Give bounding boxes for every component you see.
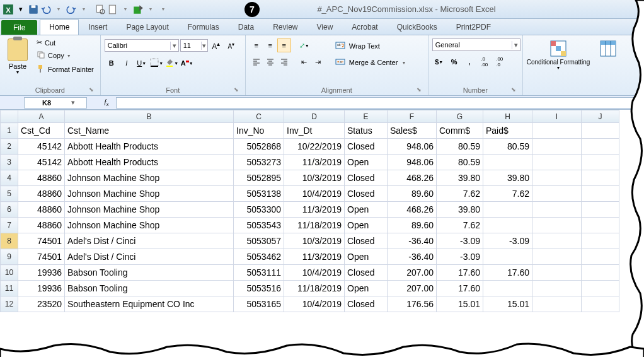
cell[interactable]: 10/3/2019	[284, 233, 345, 249]
cell[interactable]: 5053516	[234, 281, 284, 296]
cell[interactable]	[582, 233, 619, 249]
cell[interactable]: 15.01	[483, 296, 532, 312]
cell[interactable]: Johnson Machine Shop	[65, 186, 234, 202]
cell[interactable]: 17.60	[483, 265, 532, 281]
cell[interactable]: 11/3/2019	[284, 202, 345, 218]
merge-center-button[interactable]: aMerge & Center▼	[331, 55, 410, 70]
align-bottom-button[interactable]: ≡	[277, 38, 291, 52]
cell[interactable]: 468.26	[388, 202, 437, 218]
column-header[interactable]: H	[483, 110, 532, 123]
cell[interactable]	[582, 281, 619, 296]
cell[interactable]: -36.40	[388, 233, 437, 249]
export-icon[interactable]	[132, 4, 144, 15]
column-header[interactable]: D	[284, 110, 345, 123]
cell[interactable]: 207.00	[388, 281, 437, 296]
cell[interactable]: 10/4/2019	[284, 296, 345, 312]
cell[interactable]: Southeastern Equipment CO Inc	[65, 296, 234, 312]
cell[interactable]: 80.59	[483, 139, 532, 155]
cell[interactable]: Sales$	[388, 123, 437, 139]
select-all-cell[interactable]	[1, 110, 18, 123]
cell[interactable]	[532, 281, 582, 296]
shrink-font-button[interactable]: A▾	[224, 38, 238, 52]
cell[interactable]: 48860	[18, 218, 65, 233]
chevron-down-icon[interactable]: ▾	[512, 41, 520, 49]
cell[interactable]	[532, 296, 582, 312]
cell[interactable]: 45142	[18, 155, 65, 170]
cell[interactable]: 5053300	[234, 202, 284, 218]
cell[interactable]: 468.26	[388, 170, 437, 186]
borders-button[interactable]: ▼	[150, 56, 164, 70]
decrease-decimal-button[interactable]: .00.0	[493, 55, 507, 69]
grow-font-button[interactable]: A▴	[209, 38, 223, 52]
cell[interactable]: Closed	[345, 296, 388, 312]
save-icon[interactable]	[28, 4, 39, 15]
cell[interactable]: Inv_Dt	[284, 123, 345, 139]
percent-button[interactable]: %	[447, 55, 461, 69]
chevron-down-icon[interactable]: ▼	[145, 4, 156, 15]
excel-icon[interactable]: X	[3, 4, 14, 15]
cell[interactable]: 10/4/2019	[284, 186, 345, 202]
cell[interactable]	[532, 202, 582, 218]
column-header[interactable]: E	[345, 110, 388, 123]
undo-icon[interactable]	[40, 4, 52, 15]
cell[interactable]: Open	[345, 218, 388, 233]
row-header[interactable]: 4	[1, 170, 18, 186]
wrap-text-button[interactable]: abWrap Text	[331, 38, 410, 54]
cell[interactable]: 11/18/2019	[284, 281, 345, 296]
column-header[interactable]: I	[532, 110, 582, 123]
row-header[interactable]: 9	[1, 249, 18, 265]
cell[interactable]: Babson Tooling	[65, 265, 234, 281]
cell[interactable]: Johnson Machine Shop	[65, 202, 234, 218]
cut-button[interactable]: ✂Cut	[34, 37, 96, 48]
cell[interactable]	[532, 186, 582, 202]
chevron-down-icon[interactable]: ▼	[53, 4, 64, 15]
column-header[interactable]: G	[437, 110, 483, 123]
cell[interactable]	[582, 249, 619, 265]
cell[interactable]	[483, 218, 532, 233]
increase-decimal-button[interactable]: .0.00	[478, 55, 492, 69]
cell[interactable]	[582, 123, 619, 139]
cell[interactable]: Cst_Name	[65, 123, 234, 139]
cell[interactable]: Open	[345, 249, 388, 265]
row-header[interactable]: 8	[1, 233, 18, 249]
italic-button[interactable]: I	[120, 56, 134, 70]
cell[interactable]	[582, 139, 619, 155]
font-color-button[interactable]: A▼	[180, 56, 194, 70]
cell[interactable]: Babson Tooling	[65, 281, 234, 296]
cell[interactable]: Johnson Machine Shop	[65, 218, 234, 233]
cell[interactable]: Closed	[345, 233, 388, 249]
cell[interactable]: 176.56	[388, 296, 437, 312]
font-family-input[interactable]	[105, 42, 171, 49]
dialog-launcher-icon[interactable]: ⬊	[233, 86, 240, 94]
cell[interactable]: 15.01	[437, 296, 483, 312]
cell[interactable]: 19936	[18, 265, 65, 281]
cell[interactable]: 207.00	[388, 265, 437, 281]
font-family-combo[interactable]: ▾	[105, 39, 179, 52]
cell[interactable]: 7.62	[437, 218, 483, 233]
tab-formulas[interactable]: Formulas	[178, 19, 229, 35]
currency-button[interactable]: $▼	[432, 55, 446, 69]
cell[interactable]: 39.80	[483, 170, 532, 186]
cell[interactable]	[532, 265, 582, 281]
cell[interactable]: 5052868	[234, 139, 284, 155]
cell[interactable]	[532, 249, 582, 265]
chevron-down-icon[interactable]: ▼	[78, 4, 89, 15]
cell[interactable]	[532, 218, 582, 233]
cell[interactable]: 23520	[18, 296, 65, 312]
cell[interactable]	[483, 249, 532, 265]
cell[interactable]: 5053138	[234, 186, 284, 202]
cell[interactable]: 89.60	[388, 218, 437, 233]
tab-acrobat[interactable]: Acrobat	[342, 19, 387, 35]
align-center-button[interactable]	[263, 55, 277, 69]
cell[interactable]: 89.60	[388, 186, 437, 202]
cell[interactable]: Cst_Cd	[18, 123, 65, 139]
formula-input[interactable]	[116, 97, 644, 108]
cell[interactable]: 17.60	[437, 265, 483, 281]
underline-button[interactable]: U▼	[135, 56, 149, 70]
row-header[interactable]: 11	[1, 281, 18, 296]
increase-indent-button[interactable]: ⇥	[311, 55, 325, 69]
cell[interactable]	[532, 123, 582, 139]
cell[interactable]: 10/3/2019	[284, 170, 345, 186]
cell[interactable]	[582, 218, 619, 233]
column-header[interactable]: C	[234, 110, 284, 123]
